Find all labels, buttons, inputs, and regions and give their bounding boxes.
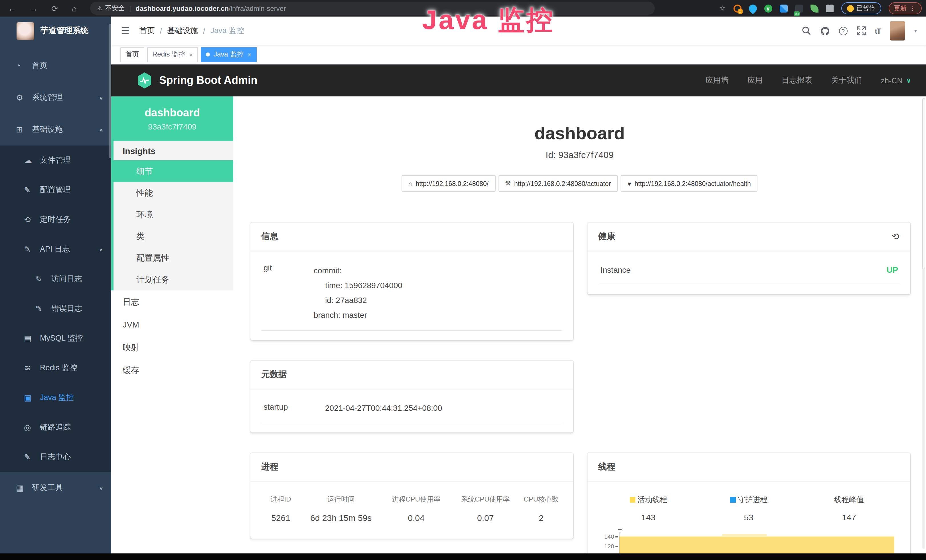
scrollbar-thumb[interactable] [922, 98, 925, 269]
search-icon[interactable] [802, 26, 811, 35]
threads-values: 143 53 147 [598, 512, 899, 522]
sidebar-item-error-log[interactable]: ✎ 错误日志 [0, 294, 111, 324]
app-title: 芋道管理系统 [41, 26, 88, 36]
layers-icon: ≋ [24, 363, 38, 372]
browser-extension-icon[interactable]: 1 [733, 4, 741, 12]
fullscreen-icon[interactable] [856, 26, 865, 35]
github-icon[interactable] [820, 26, 830, 36]
sidebar-item-job[interactable]: ⟲ 定时任务 [0, 205, 111, 235]
dashboard-icon: ◔ [16, 61, 30, 70]
history-icon[interactable]: ⟲ [891, 231, 899, 242]
page-title: dashboard [233, 124, 926, 143]
breadcrumb-separator: / [203, 27, 205, 35]
sidebar-item-log-center[interactable]: ✎ 日志中心 [0, 442, 111, 472]
sba-menu-scheduled-tasks[interactable]: 计划任务 [113, 269, 233, 291]
breadcrumb-infra[interactable]: 基础设施 [167, 26, 198, 36]
home-icon[interactable]: ⌂ [71, 4, 76, 13]
url-divider: | [129, 5, 131, 12]
sidebar-item-infra[interactable]: ⊞ 基础设施 ∧ [0, 114, 111, 145]
extensions-puzzle-icon[interactable] [826, 4, 834, 12]
sidebar-item-redis[interactable]: ≋ Redis 监控 [0, 353, 111, 383]
sba-brand[interactable]: Spring Boot Admin [137, 72, 257, 89]
active-dot [206, 53, 210, 56]
url-host: dashboard.yudao.iocoder.cn [135, 4, 229, 12]
briefcase-icon: ▦ [16, 483, 30, 492]
tab-redis-monitor[interactable]: Redis 监控 × [147, 47, 198, 62]
sidebar-item-access-log[interactable]: ✎ 访问日志 [0, 264, 111, 294]
app-logo[interactable]: 芋道管理系统 [0, 17, 111, 45]
health-url-button[interactable]: ♥ http://192.168.0.2:48080/actuator/heal… [620, 175, 758, 192]
switch-extension-icon[interactable]: on [795, 4, 803, 12]
sidebar-item-dev-tool[interactable]: ▦ 研发工具 ∨ [0, 472, 111, 504]
tags-view: 首页 Redis 监控 × Java 监控 × [111, 45, 926, 65]
chevron-up-icon: ∧ [99, 247, 103, 252]
help-icon[interactable]: ? [839, 27, 847, 35]
sba-menu-caches[interactable]: 缓存 [111, 359, 233, 382]
sidebar-item-system[interactable]: ⚙ 系统管理 ∨ [0, 82, 111, 114]
green-extension-icon[interactable]: y [764, 4, 772, 12]
grid-extension-icon[interactable] [779, 4, 787, 12]
peak-threads-value: 147 [799, 512, 899, 522]
sba-nav-applications[interactable]: 应用 [747, 75, 763, 86]
font-size-icon[interactable]: tT [875, 27, 881, 35]
sba-language-select[interactable]: zh-CN ∨ [881, 76, 911, 85]
address-bar[interactable]: ⚠ 不安全 | dashboard.yudao.iocoder.cn /infr… [90, 2, 655, 15]
sidebar-item-java[interactable]: ▣ Java 监控 [0, 383, 111, 413]
sidebar-item-file[interactable]: ☁ 文件管理 [0, 145, 111, 175]
pin-extension-icon[interactable] [747, 3, 758, 14]
emoji-face-icon [847, 5, 853, 12]
sba-instance-block[interactable]: dashboard 93a3fc7f7409 [111, 97, 233, 141]
paused-label: 已暂停 [856, 4, 875, 12]
sidebar-scrollbar[interactable] [109, 24, 111, 158]
tab-home[interactable]: 首页 [120, 47, 144, 62]
health-instance-row[interactable]: Instance UP [598, 255, 899, 285]
sba-menu-details[interactable]: 细节 [113, 160, 233, 182]
sba-menu-classes[interactable]: 类 [113, 226, 233, 247]
sba-nav-about[interactable]: 关于我们 [831, 75, 862, 86]
metadata-card-title: 元数据 [261, 369, 287, 380]
hamburger-icon[interactable]: ☰ [121, 25, 130, 37]
cloud-upload-icon: ☁ [24, 156, 38, 165]
security-label[interactable]: 不安全 [105, 4, 125, 12]
sba-menu-configprops[interactable]: 配置属性 [113, 247, 233, 269]
sba-menu-metrics[interactable]: 性能 [113, 182, 233, 204]
sidebar-item-config[interactable]: ✎ 配置管理 [0, 175, 111, 205]
metadata-startup-row: startup 2021-04-27T00:44:31.254+08:00 [261, 393, 562, 423]
info-card-title: 信息 [261, 231, 278, 242]
breadcrumb: 首页 / 基础设施 / Java 监控 [139, 26, 244, 36]
sba-menu-jvm[interactable]: JVM [111, 313, 233, 336]
leaf-extension-icon[interactable] [810, 4, 818, 12]
service-url-button[interactable]: ⌂ http://192.168.0.2:48080/ [401, 175, 495, 192]
sba-menu-environment[interactable]: 环境 [113, 204, 233, 226]
user-avatar[interactable] [890, 21, 905, 41]
avatar-caret-icon[interactable]: ▾ [914, 28, 917, 34]
edit-icon: ✎ [24, 185, 38, 195]
health-key: Instance [598, 265, 631, 274]
annotation-text: Java 监控 [422, 2, 555, 38]
sba-header: Spring Boot Admin 应用墙 应用 日志报表 关于我们 zh-CN… [111, 65, 926, 97]
kebab-menu-icon[interactable]: ⋮ [909, 5, 916, 12]
log-edit-icon: ✎ [24, 245, 38, 254]
paused-pill[interactable]: 已暂停 [841, 2, 881, 14]
bookmark-star-icon[interactable]: ☆ [719, 4, 726, 12]
forward-icon[interactable]: → [30, 4, 38, 13]
update-button[interactable]: 更新 ⋮ [888, 2, 921, 14]
sba-nav-wallboard[interactable]: 应用墙 [705, 75, 729, 86]
sidebar-item-trace[interactable]: ◎ 链路追踪 [0, 413, 111, 442]
sba-nav-journal[interactable]: 日志报表 [782, 75, 813, 86]
page-scrollbar[interactable] [922, 98, 925, 549]
sidebar-item-api-log[interactable]: ✎ API 日志 ∧ [0, 235, 111, 264]
close-icon[interactable]: × [248, 51, 251, 58]
insights-section: Insights 细节 性能 环境 类 配置属性 计划任务 [111, 141, 233, 291]
sba-menu-mappings[interactable]: 映射 [111, 336, 233, 359]
reload-icon[interactable]: ⟳ [51, 4, 58, 13]
actuator-url-button[interactable]: ⚒ http://192.168.0.2:48080/actuator [498, 175, 618, 192]
sba-menu-logfile[interactable]: 日志 [111, 291, 233, 313]
sidebar-item-mysql[interactable]: ▤ MySQL 监控 [0, 324, 111, 353]
breadcrumb-home[interactable]: 首页 [139, 26, 155, 36]
tab-java-monitor[interactable]: Java 监控 × [201, 47, 256, 62]
back-icon[interactable]: ← [8, 4, 16, 13]
breadcrumb-separator: / [160, 27, 162, 35]
sidebar-item-home[interactable]: ◔ 首页 [0, 50, 111, 82]
close-icon[interactable]: × [189, 51, 193, 58]
